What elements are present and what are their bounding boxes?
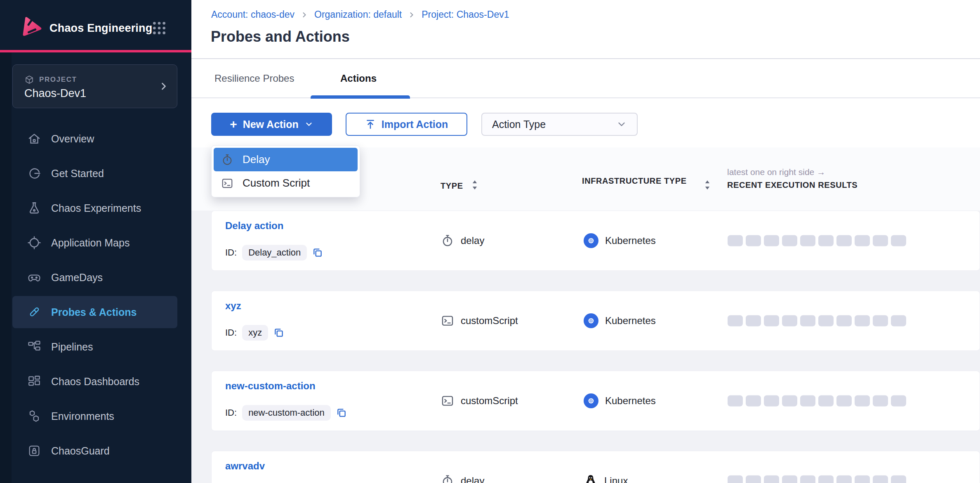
stopwatch-icon	[441, 234, 454, 247]
terminal-icon	[221, 177, 233, 189]
execution-result-placeholder	[746, 235, 761, 246]
execution-result-placeholder	[836, 315, 852, 327]
sidebar-item-chaos-dashboards[interactable]: Chaos Dashboards	[12, 365, 177, 398]
execution-result-placeholder	[782, 315, 797, 327]
kubernetes-icon	[584, 393, 598, 408]
import-action-label: Import Action	[382, 118, 448, 130]
menu-item-custom-script[interactable]: Custom Script	[214, 171, 358, 195]
sidebar-item-label: Application Maps	[51, 237, 130, 249]
copy-icon[interactable]	[273, 327, 284, 338]
chevron-down-icon	[304, 120, 313, 129]
chevron-right-icon	[300, 11, 309, 19]
sidebar-item-pipelines[interactable]: Pipelines	[12, 331, 177, 363]
breadcrumb-account[interactable]: Account: chaos-dev	[211, 9, 294, 20]
copy-icon[interactable]	[312, 247, 323, 258]
hexagons-icon	[27, 409, 41, 423]
column-header-type: TYPE	[441, 181, 463, 191]
sidebar-item-label: Get Started	[51, 168, 104, 180]
execution-result-placeholder	[836, 235, 852, 246]
sidebar-left-shade	[0, 52, 12, 483]
execution-result-placeholder	[873, 395, 888, 407]
sidebar-item-chaosguard[interactable]: ChaosGuard	[12, 435, 177, 467]
execution-result-placeholder	[818, 235, 834, 246]
execution-result-placeholder	[728, 315, 743, 327]
sidebar-item-label: Probes & Actions	[51, 306, 137, 318]
action-name-link[interactable]: xyz	[225, 300, 241, 312]
chevron-right-icon	[158, 80, 170, 92]
sidebar-item-environments[interactable]: Environments	[12, 400, 177, 432]
action-type-value: Action Type	[492, 118, 546, 130]
type-value: customScript	[461, 315, 518, 327]
main-content: Account: chaos-dev Organization: default…	[191, 0, 980, 483]
menu-item-delay[interactable]: Delay	[214, 148, 358, 171]
module-grid-icon[interactable]	[151, 20, 167, 36]
page-title: Probes and Actions	[211, 28, 350, 45]
dashboard-icon	[27, 374, 41, 388]
terminal-icon	[441, 394, 454, 407]
sidebar-item-probes-and-actions[interactable]: Probes & Actions	[12, 296, 177, 328]
table-row: awrvadv delay Linux	[211, 451, 980, 483]
app-title: Chaos Engineering	[49, 22, 152, 35]
project-selector[interactable]: PROJECT Chaos-Dev1	[12, 64, 177, 108]
actions-table-body: Delay action ID: Delay_action delay	[191, 211, 980, 483]
plus-icon: +	[230, 118, 237, 130]
execution-result-placeholder	[873, 235, 888, 246]
execution-result-placeholder	[891, 235, 906, 246]
execution-result-placeholder	[891, 476, 906, 483]
header-divider	[191, 58, 980, 59]
sidebar-item-application-maps[interactable]: Application Maps	[12, 227, 177, 259]
sidebar-item-label: Environments	[51, 410, 114, 422]
action-name-link[interactable]: new-custom-action	[225, 380, 316, 392]
action-name-link[interactable]: Delay action	[225, 220, 283, 232]
column-header-recent-execution-results: RECENT EXECUTION RESULTS	[727, 180, 858, 190]
new-action-button[interactable]: + New Action	[211, 113, 332, 136]
table-row: new-custom-action ID: new-custom-action …	[211, 371, 980, 431]
execution-result-placeholder	[800, 395, 815, 407]
sidebar-item-get-started[interactable]: Get Started	[12, 157, 177, 189]
sidebar-item-chaos-experiments[interactable]: Chaos Experiments	[12, 192, 177, 224]
tab-resilience-probes[interactable]: Resilience Probes	[214, 73, 294, 84]
execution-result-placeholder	[855, 235, 870, 246]
execution-result-placeholder	[764, 395, 779, 407]
terminal-icon	[441, 314, 454, 327]
id-label: ID:	[225, 327, 237, 338]
recent-execution-results	[728, 315, 906, 327]
infrastructure-value: Kubernetes	[605, 315, 656, 327]
action-type-select[interactable]: Action Type	[481, 113, 638, 136]
breadcrumb-project[interactable]: Project: Chaos-Dev1	[422, 9, 509, 20]
infrastructure-cell: Kubernetes	[584, 291, 656, 350]
type-value: delay	[461, 235, 484, 246]
kubernetes-icon	[584, 233, 598, 248]
sidebar-item-overview[interactable]: Overview	[12, 123, 177, 155]
sort-infrastructure-button[interactable]	[704, 180, 710, 189]
menu-item-label: Custom Script	[243, 177, 310, 189]
infrastructure-value: Kubernetes	[605, 235, 656, 246]
action-name-link[interactable]: awrvadv	[225, 460, 265, 472]
import-action-button[interactable]: Import Action	[346, 113, 467, 136]
column-header-infrastructure-type: INFRASTRUCTURE TYPE	[582, 175, 689, 187]
execution-result-placeholder	[800, 315, 815, 327]
type-cell: delay	[441, 451, 484, 483]
probe-icon	[27, 305, 41, 319]
execution-result-placeholder	[818, 315, 834, 327]
sidebar-item-gamedays[interactable]: GameDays	[12, 261, 177, 294]
tab-actions[interactable]: Actions	[340, 73, 377, 84]
breadcrumb-organization[interactable]: Organization: default	[314, 9, 402, 20]
execution-result-placeholder	[873, 315, 888, 327]
execution-result-placeholder	[818, 395, 834, 407]
action-id-value: xyz	[242, 325, 268, 341]
stopwatch-icon	[221, 154, 233, 166]
home-icon	[27, 132, 41, 146]
type-cell: delay	[441, 211, 484, 270]
gamepad-icon	[27, 270, 41, 284]
sidebar-item-label: Chaos Experiments	[51, 202, 141, 214]
table-row: xyz ID: xyz customScript	[211, 291, 980, 351]
infrastructure-value: Kubernetes	[605, 395, 656, 407]
execution-result-placeholder	[891, 395, 906, 407]
active-tab-indicator	[311, 95, 410, 99]
action-id-line: ID: new-custom-action	[225, 405, 347, 421]
chaos-engineering-logo-icon[interactable]	[18, 15, 45, 41]
execution-result-placeholder	[728, 476, 743, 483]
sort-type-button[interactable]	[472, 180, 478, 189]
copy-icon[interactable]	[336, 407, 347, 418]
